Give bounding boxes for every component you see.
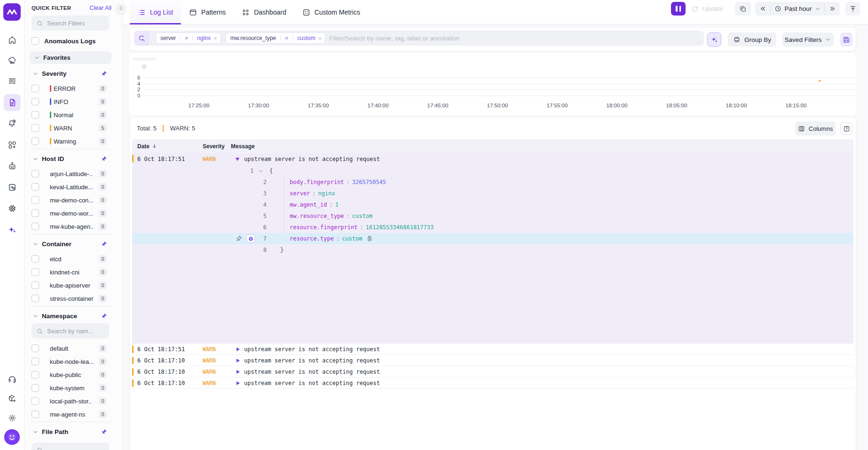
pin-attribute-icon[interactable] — [236, 235, 243, 242]
collapse-json-icon[interactable] — [258, 169, 263, 174]
time-shift-forward-button[interactable] — [825, 2, 840, 16]
checkbox[interactable] — [32, 281, 39, 289]
sidebar-search-input[interactable]: Search Filters — [32, 16, 109, 31]
pin-icon[interactable] — [101, 313, 107, 319]
filter-item-mw-kube-agen-[interactable]: mw-kube-agen..0 — [32, 220, 111, 233]
cloud-coins-icon[interactable] — [4, 52, 21, 69]
info-icon[interactable] — [142, 64, 147, 69]
filter-item-kube-public[interactable]: kube-public0 — [32, 368, 111, 381]
filter-item-default[interactable]: default0 — [32, 342, 111, 355]
filter-item-warning[interactable]: Warning0 — [32, 135, 111, 148]
clear-all-link[interactable]: Clear All — [89, 5, 111, 11]
pause-live-tail-button[interactable] — [671, 2, 686, 16]
filter-item-etcd[interactable]: etcd0 — [32, 252, 111, 265]
checkbox[interactable] — [32, 183, 39, 191]
log-row[interactable]: 6 Oct 18:17:10WARNupstream server is not… — [132, 366, 853, 378]
checkbox[interactable] — [32, 345, 39, 352]
json-line-3[interactable]: 3server:nginx — [132, 188, 853, 199]
tab-patterns[interactable]: Patterns — [181, 0, 234, 24]
filter-item-kube-apiserver[interactable]: kube-apiserver0 — [32, 279, 111, 292]
filter-item-local-path-stor-[interactable]: local-path-stor..0 — [32, 394, 111, 408]
checkbox[interactable] — [32, 137, 39, 145]
support-headset-icon[interactable] — [4, 370, 21, 387]
namespace-search-input[interactable]: Search by nam... — [32, 323, 109, 338]
filter-item-info[interactable]: INFO0 — [32, 95, 111, 108]
checkbox[interactable] — [32, 268, 39, 276]
checkbox[interactable] — [32, 98, 39, 105]
json-line-2[interactable]: 2body.fingerprint:3265750545 — [132, 177, 853, 188]
filter-item-stress-container[interactable]: stress-container0 — [32, 292, 111, 305]
filter-item-warn[interactable]: WARN5 — [32, 121, 111, 135]
filter-item-kube-node-lea-[interactable]: kube-node-lea...0 — [32, 355, 111, 368]
home-icon[interactable] — [4, 32, 21, 48]
package-add-icon[interactable] — [4, 390, 21, 407]
search-history-icon[interactable] — [134, 31, 149, 46]
filter-chip-server[interactable]: server=nginx× — [156, 32, 221, 44]
collapse-row-icon[interactable] — [236, 158, 239, 161]
json-line-6[interactable]: 6resource.fingerprint:161285533468618177… — [132, 222, 853, 233]
logs-document-icon[interactable] — [4, 94, 21, 111]
file-path-search-input[interactable] — [32, 442, 109, 450]
pin-icon[interactable] — [101, 156, 107, 162]
filter-chip-mw-resource-type[interactable]: mw.resource_type=custom× — [226, 32, 326, 44]
checkbox[interactable] — [32, 85, 39, 92]
tab-dashboard[interactable]: Dashboard — [234, 0, 294, 24]
filter-item-arjun-latitude-[interactable]: arjun-Latitude-..0 — [32, 167, 111, 180]
export-button[interactable] — [845, 2, 860, 16]
user-avatar[interactable] — [4, 429, 20, 445]
checkbox[interactable] — [32, 170, 39, 177]
sidebar-collapse-button[interactable] — [116, 3, 126, 14]
settings-gear-icon[interactable] — [4, 410, 21, 426]
pin-icon[interactable] — [101, 241, 107, 247]
checkbox[interactable] — [32, 397, 39, 405]
section-header-container[interactable]: Container — [32, 240, 111, 248]
json-line-7[interactable]: 7resource.type:custom — [132, 233, 853, 244]
help-button[interactable] — [840, 122, 852, 135]
filter-item-kube-system[interactable]: kube-system0 — [32, 381, 111, 394]
checkbox[interactable] — [32, 111, 39, 119]
log-row[interactable]: 6 Oct 18:17:51WARNupstream server is not… — [132, 344, 853, 355]
filter-item-mw-demo-wor-[interactable]: mw-demo-wor...0 — [32, 207, 111, 220]
section-header-severity[interactable]: Severity — [32, 70, 111, 78]
time-shift-back-button[interactable] — [755, 2, 770, 16]
checkbox[interactable] — [32, 124, 39, 132]
ai-sparkle-icon[interactable] — [4, 221, 21, 238]
checkbox[interactable] — [32, 196, 39, 204]
ai-suggest-button[interactable] — [707, 32, 721, 47]
alert-bell-icon[interactable] — [4, 115, 21, 132]
checkbox[interactable] — [32, 255, 39, 263]
update-button[interactable]: Update — [691, 2, 723, 16]
tab-log-list[interactable]: Log List — [130, 0, 181, 24]
expand-row-icon[interactable] — [237, 347, 240, 351]
json-line-4[interactable]: 4mw.agent_id:1 — [132, 199, 853, 210]
json-line-5[interactable]: 5mw.resource_type:custom — [132, 210, 853, 222]
favorites-header[interactable]: Favorites — [30, 51, 111, 64]
infra-chip-icon[interactable] — [4, 200, 21, 217]
columns-button[interactable]: Columns — [795, 121, 836, 136]
filter-search-input[interactable]: server=nginx×mw.resource_type=custom× Fi… — [134, 31, 704, 46]
tab-custom-metrics[interactable]: Custom Metrics — [294, 0, 368, 24]
dashboard-add-icon[interactable] — [4, 137, 21, 153]
checkbox[interactable] — [32, 223, 39, 230]
checkbox[interactable] — [32, 371, 39, 378]
expand-row-icon[interactable] — [237, 370, 240, 374]
log-row[interactable]: 6 Oct 18:17:10WARNupstream server is not… — [132, 378, 853, 389]
bot-icon[interactable] — [4, 158, 21, 175]
filter-item-mw-demo-con-[interactable]: mw-demo-con...0 — [32, 193, 111, 207]
rum-session-icon[interactable] — [4, 179, 21, 196]
chart-bar-warn[interactable] — [819, 80, 821, 81]
filter-item-error[interactable]: ERROR0 — [32, 82, 111, 95]
log-row-header[interactable]: 6 Oct 18:17:51WARNupstream server is not… — [132, 153, 853, 165]
save-filter-button[interactable] — [840, 32, 852, 47]
saved-filters-dropdown[interactable]: Saved Filters — [782, 32, 834, 47]
log-row[interactable]: 6 Oct 18:17:10WARNupstream server is not… — [132, 355, 853, 366]
time-range-dropdown[interactable]: Past hour — [770, 2, 825, 16]
traces-lines-icon[interactable] — [4, 72, 21, 89]
column-header-severity[interactable]: Severity — [203, 139, 225, 153]
anomalous-logs-row[interactable]: Anomalous Logs — [32, 37, 111, 45]
copy-value-icon[interactable] — [366, 235, 373, 242]
filter-item-normal[interactable]: Normal0 — [32, 108, 111, 121]
checkbox[interactable] — [32, 358, 39, 365]
expand-row-icon[interactable] — [237, 359, 240, 362]
section-header-file-path[interactable]: File Path — [32, 428, 111, 436]
